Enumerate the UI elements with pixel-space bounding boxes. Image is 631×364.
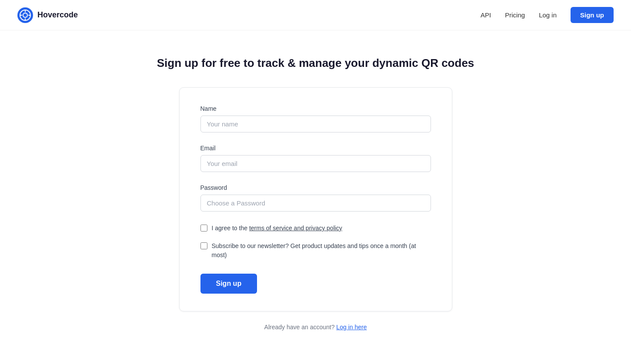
terms-checkbox[interactable] xyxy=(200,225,207,232)
login-here-link[interactable]: Log in here xyxy=(336,324,367,331)
brand-logo-icon xyxy=(17,7,33,23)
name-input[interactable] xyxy=(200,116,431,132)
email-label: Email xyxy=(200,145,431,152)
password-field-group: Password xyxy=(200,184,431,212)
navbar: Hovercode API Pricing Log in Sign up xyxy=(0,0,631,30)
navbar-links: API Pricing Log in Sign up xyxy=(481,7,614,23)
page-headline: Sign up for free to track & manage your … xyxy=(157,56,474,70)
newsletter-checkbox[interactable] xyxy=(200,242,207,249)
signup-form: Name Email Password I agree to the terms… xyxy=(200,105,431,294)
already-account-before: Already have an account? xyxy=(264,324,337,331)
signup-form-card: Name Email Password I agree to the terms… xyxy=(179,87,452,311)
signup-submit-button[interactable]: Sign up xyxy=(200,274,257,294)
brand-link[interactable]: Hovercode xyxy=(17,7,78,23)
password-input[interactable] xyxy=(200,195,431,212)
terms-link[interactable]: terms of service and privacy policy xyxy=(249,225,342,232)
already-account-text: Already have an account? Log in here xyxy=(264,324,367,331)
nav-api-link[interactable]: API xyxy=(481,11,491,19)
nav-signup-button[interactable]: Sign up xyxy=(571,7,614,23)
terms-checkbox-group: I agree to the terms of service and priv… xyxy=(200,224,431,233)
nav-pricing-link[interactable]: Pricing xyxy=(505,11,525,19)
newsletter-label: Subscribe to our newsletter? Get product… xyxy=(212,242,431,260)
name-label: Name xyxy=(200,105,431,112)
nav-login-link[interactable]: Log in xyxy=(539,11,557,19)
terms-label: I agree to the terms of service and priv… xyxy=(212,224,342,233)
email-field-group: Email xyxy=(200,145,431,172)
password-label: Password xyxy=(200,184,431,191)
newsletter-checkbox-group: Subscribe to our newsletter? Get product… xyxy=(200,242,431,260)
terms-text-before: I agree to the xyxy=(212,225,249,232)
name-field-group: Name xyxy=(200,105,431,132)
email-input[interactable] xyxy=(200,155,431,172)
main-content: Sign up for free to track & manage your … xyxy=(0,30,631,331)
brand-name: Hovercode xyxy=(37,10,78,20)
